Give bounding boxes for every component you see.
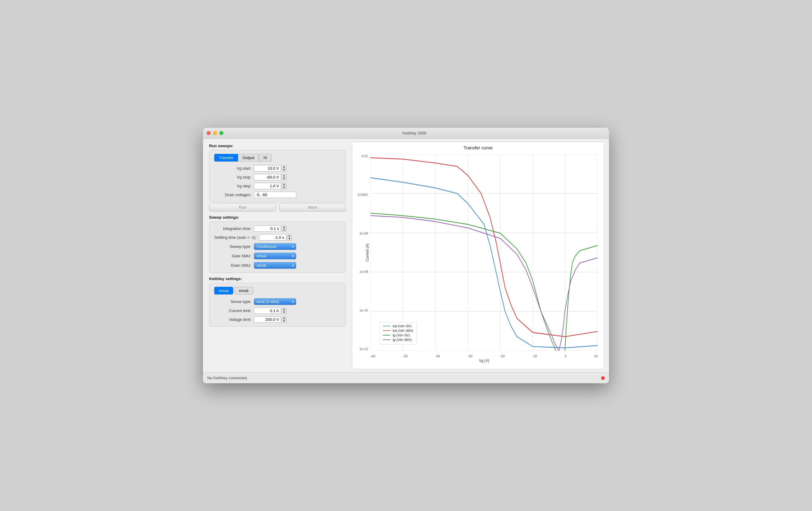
titlebar: Keithley 2600 [203, 128, 609, 139]
run-sweeps-title: Run sweeps: [209, 143, 346, 148]
vg-stop-up[interactable]: ▲ [282, 174, 287, 177]
legend-item-isd5: Isd (Vd=-5V) [383, 324, 413, 328]
vg-start-stepper: ▲ ▼ [282, 165, 287, 171]
sweep-settings-section: Sweep settings: Integration time: ▲ ▼ Se… [209, 215, 346, 273]
integration-time-down[interactable]: ▼ [282, 229, 287, 232]
chart-title: Transfer curve [352, 142, 604, 152]
vg-stop-label: Vg stop: [214, 175, 254, 180]
chart-legend: Isd (Vd=-5V) Isd (Vd=-60V) Ig (Vd=-5V) [380, 322, 417, 345]
integration-time-up[interactable]: ▲ [282, 226, 287, 229]
vg-start-row: Vg start: ▲ ▼ [214, 165, 341, 171]
vg-stop-stepper: ▲ ▼ [282, 174, 287, 180]
drain-smu-wrapper: smua smub [254, 262, 296, 269]
legend-line-ig60 [383, 340, 390, 340]
current-limit-label: Current limit: [214, 308, 254, 313]
voltage-limit-down[interactable]: ▼ [282, 320, 287, 323]
vg-step-input[interactable] [254, 183, 281, 189]
integration-time-input[interactable] [254, 225, 281, 232]
smu-tab-group: smua smub [214, 287, 341, 294]
right-panel: Transfer curve 0.01 0.0001 1e-06 1e-08 1… [352, 139, 609, 372]
vg-stop-down[interactable]: ▼ [282, 177, 287, 180]
y-tick-2: 1e-06 [352, 232, 370, 235]
drain-smu-select[interactable]: smua smub [254, 262, 296, 269]
vg-step-stepper: ▲ ▼ [282, 183, 287, 189]
sweep-settings-box: Integration time: ▲ ▼ Settling time (aut… [209, 221, 346, 273]
vg-step-down[interactable]: ▼ [282, 186, 287, 189]
x-tick-6: 0 [564, 354, 567, 358]
y-tick-1: 0.0001 [352, 193, 370, 196]
abort-button[interactable]: Abort [279, 203, 346, 211]
sense-type-select[interactable]: local (2-wire) remote (4-wire) [254, 298, 296, 305]
vg-start-down[interactable]: ▼ [282, 168, 287, 171]
keithley-settings-title: Keithley settings: [209, 276, 346, 281]
minimize-button[interactable] [213, 131, 217, 135]
settling-time-down[interactable]: ▼ [287, 238, 292, 241]
chart-container: Transfer curve 0.01 0.0001 1e-06 1e-08 1… [352, 142, 604, 369]
run-sweeps-box: Transfer Output IV Vg start: ▲ ▼ [209, 150, 346, 202]
voltage-limit-input[interactable] [254, 316, 281, 323]
tab-transfer[interactable]: Transfer [214, 154, 238, 162]
x-tick-2: -40 [435, 354, 440, 358]
voltage-limit-up[interactable]: ▲ [282, 317, 287, 320]
gate-smu-row: Gate SMU: smua smub [214, 252, 341, 260]
legend-label-ig5: Ig (Vd=-5V) [393, 333, 410, 337]
legend-item-isd60: Isd (Vd=-60V) [383, 329, 413, 332]
current-limit-up[interactable]: ▲ [282, 308, 287, 311]
x-tick-5: -10 [532, 354, 537, 358]
status-dot [601, 376, 605, 380]
vg-step-label: Vg step: [214, 184, 254, 188]
voltage-limit-row: Voltage limit: ▲ ▼ [214, 316, 341, 323]
legend-item-ig60: Ig (Vd=-60V) [383, 338, 413, 342]
tab-iv[interactable]: IV [259, 154, 272, 162]
maximize-button[interactable] [220, 131, 223, 135]
smu-tab-smub[interactable]: smub [234, 287, 253, 294]
run-sweeps-section: Run sweeps: Transfer Output IV Vg start:… [209, 143, 346, 211]
main-content: Run sweeps: Transfer Output IV Vg start:… [203, 139, 609, 372]
current-limit-down[interactable]: ▼ [282, 311, 287, 314]
integration-time-row: Integration time: ▲ ▼ [214, 225, 341, 232]
drain-voltages-input[interactable] [254, 192, 296, 198]
status-text: No Keithley connected. [207, 376, 248, 380]
vg-step-up[interactable]: ▲ [282, 183, 287, 186]
legend-label-isd5: Isd (Vd=-5V) [393, 324, 411, 328]
vg-stop-row: Vg stop: ▲ ▼ [214, 174, 341, 180]
close-button[interactable] [207, 131, 211, 135]
gate-smu-label: Gate SMU: [214, 254, 254, 258]
smu-tab-smua[interactable]: smua [214, 287, 233, 294]
settling-time-row: Settling time (auto = -1): ▲ ▼ [214, 234, 341, 241]
keithley-settings-box: smua smub Sense type: local (2-wire) rem… [209, 283, 346, 327]
x-tick-labels: -60 -50 -40 -30 -20 -10 0 10 [371, 354, 598, 358]
drain-voltages-row: Drain voltages: [214, 192, 341, 198]
legend-label-isd60: Isd (Vd=-60V) [393, 329, 413, 332]
vg-start-label: Vg start: [214, 166, 254, 171]
settling-time-label: Settling time (auto = -1): [214, 235, 259, 240]
tab-output[interactable]: Output [238, 154, 259, 162]
window-title: Keithley 2600 [223, 131, 605, 135]
settling-time-input[interactable] [259, 234, 286, 241]
settling-time-stepper: ▲ ▼ [287, 235, 292, 241]
statusbar: No Keithley connected. [203, 372, 609, 383]
run-button[interactable]: Run [209, 203, 276, 211]
voltage-limit-stepper: ▲ ▼ [282, 317, 287, 323]
x-tick-4: -20 [500, 354, 505, 358]
vg-start-up[interactable]: ▲ [282, 165, 287, 168]
drain-smu-row: Drain SMU: smua smub [214, 262, 341, 269]
gate-smu-select[interactable]: smua smub [254, 252, 296, 260]
sweep-type-select[interactable]: Continuous Single Pulsed [254, 243, 296, 250]
gate-smu-wrapper: smua smub [254, 252, 296, 260]
x-tick-1: -50 [403, 354, 408, 358]
integration-time-label: Integration time: [214, 226, 254, 231]
y-tick-3: 1e-08 [352, 270, 370, 273]
vg-start-input[interactable] [254, 165, 281, 171]
sweep-tab-group: Transfer Output IV [214, 154, 341, 162]
left-panel: Run sweeps: Transfer Output IV Vg start:… [203, 139, 352, 372]
settling-time-up[interactable]: ▲ [287, 235, 292, 238]
current-limit-input[interactable] [254, 307, 281, 314]
isd-vd60-curve [371, 158, 598, 337]
sense-type-label: Sense type: [214, 299, 254, 304]
keithley-settings-section: Keithley settings: smua smub Sense type:… [209, 276, 346, 327]
y-tick-4: 1e-10 [352, 308, 370, 312]
sweep-type-row: Sweep type: Continuous Single Pulsed [214, 243, 341, 250]
legend-label-ig60: Ig (Vd=-60V) [393, 338, 412, 342]
vg-stop-input[interactable] [254, 174, 281, 180]
